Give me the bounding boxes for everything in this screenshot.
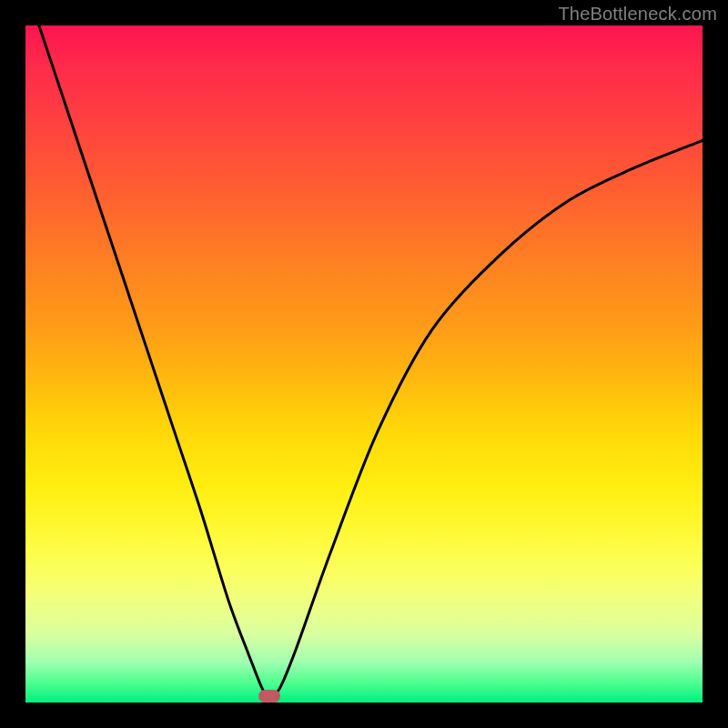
bottleneck-curve bbox=[25, 25, 703, 703]
optimal-point-marker bbox=[258, 690, 280, 703]
watermark-text: TheBottleneck.com bbox=[558, 4, 717, 25]
chart-plot-area bbox=[25, 25, 703, 703]
